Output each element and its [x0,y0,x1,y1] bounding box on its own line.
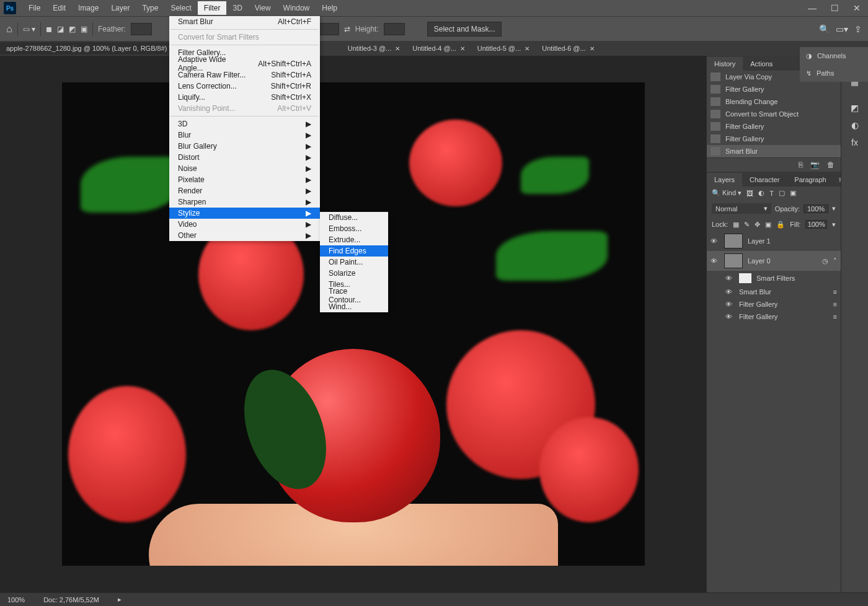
window-minimize-icon[interactable]: — [801,3,823,13]
filter-sharpen-submenu[interactable]: Sharpen▶ [169,196,320,208]
history-item[interactable]: Smart Blur [707,145,841,157]
height-input[interactable] [384,23,405,35]
selection-subtract-icon[interactable]: ◩ [69,25,76,33]
home-icon[interactable]: ⌂ [6,24,12,35]
properties-icon[interactable]: ◩ [841,99,868,116]
layer-row[interactable]: 👁Layer 1 [707,231,841,251]
layer-row[interactable]: 👁Layer 0◷˄ [707,251,841,271]
filter-blur-gallery-submenu[interactable]: Blur Gallery▶ [169,141,320,152]
new-doc-from-state-icon[interactable]: ⎘ [799,160,803,169]
filter-options-icon[interactable]: ≡ [833,288,837,296]
selection-add-icon[interactable]: ◪ [57,25,64,33]
zoom-level[interactable]: 100% [7,596,25,604]
stylize-solarize[interactable]: Solarize [320,268,388,279]
menu-view[interactable]: View [249,1,277,15]
opacity-input[interactable]: 100% [804,204,828,213]
filter-stylize-submenu[interactable]: Stylize▶ [169,208,320,219]
expand-icon[interactable]: ˄ [833,257,837,265]
visibility-icon[interactable]: 👁 [725,288,734,296]
menu-file[interactable]: File [22,1,46,15]
close-icon[interactable]: ✕ [525,45,529,52]
filter-3d-submenu[interactable]: 3D▶ [169,118,320,130]
stylize-diffuse[interactable]: Diffuse... [320,212,388,223]
filter-options-icon[interactable]: ≡ [833,301,837,308]
menu-filter[interactable]: Filter [198,1,227,15]
document-canvas[interactable] [62,82,645,566]
doc-size[interactable]: Doc: 2,76M/5,52M [43,596,99,604]
search-icon[interactable]: 🔍 [819,24,830,34]
doc-tab-1[interactable]: apple-2788662_1280.jpg @ 100% (Layer 0, … [0,42,187,55]
feather-input[interactable] [131,23,152,35]
paths-tab[interactable]: ↯Paths [800,64,868,82]
styles-icon[interactable]: fx [841,134,868,151]
visibility-icon[interactable]: 👁 [711,237,719,245]
menu-window[interactable]: Window [277,1,316,15]
menu-edit[interactable]: Edit [46,1,72,15]
visibility-icon[interactable]: 👁 [725,274,734,282]
convert-smart-filters[interactable]: Convert for Smart Filters [169,32,320,43]
adjustments-icon[interactable]: ◐ [841,116,868,134]
menu-layer[interactable]: Layer [105,1,136,15]
blend-mode-select[interactable]: Normal▾ [712,203,771,214]
window-maximize-icon[interactable]: ☐ [823,3,846,13]
width-input[interactable] [318,23,339,35]
snapshot-icon[interactable]: 📷 [810,160,820,169]
lock-artboard-icon[interactable]: ▣ [765,221,771,229]
filter-shape-icon[interactable]: ▢ [779,189,785,197]
layer-kind-filter[interactable]: 🔍 Kind ▾ [712,189,742,197]
doc-tab-2[interactable]: Untitled-3 @...✕ [342,42,406,55]
swap-dim-icon[interactable]: ⇄ [344,25,350,33]
filter-noise-submenu[interactable]: Noise▶ [169,163,320,174]
filter-options-icon[interactable]: ≡ [833,313,837,320]
filter-blur-submenu[interactable]: Blur▶ [169,130,320,141]
paragraph-tab[interactable]: Paragraph [787,173,833,187]
history-tab[interactable]: History [707,57,743,71]
share-icon[interactable]: ⇪ [854,24,862,34]
close-icon[interactable]: ✕ [590,45,595,52]
lock-transparent-icon[interactable]: ▦ [733,221,739,229]
adaptive-wide-angle[interactable]: Adaptive Wide Angle...Alt+Shift+Ctrl+A [169,58,320,69]
filter-last[interactable]: Smart BlurAlt+Ctrl+F [169,16,320,27]
stylize-find-edges[interactable]: Find Edges [320,245,388,257]
history-item[interactable]: Convert to Smart Object [707,108,841,120]
lens-correction[interactable]: Lens Correction...Shift+Ctrl+R [169,81,320,92]
marquee-select-icon[interactable]: ▭ ▾ [23,25,35,33]
lock-position-icon[interactable]: ✥ [755,221,760,229]
smart-filter-item[interactable]: 👁Smart Blur≡ [707,286,841,298]
camera-raw-filter[interactable]: Camera Raw Filter...Shift+Ctrl+A [169,69,320,81]
filter-distort-submenu[interactable]: Distort▶ [169,152,320,163]
canvas-area[interactable] [0,56,706,592]
actions-tab[interactable]: Actions [743,57,780,71]
selection-new-icon[interactable]: ◼ [46,25,52,33]
stylize-emboss[interactable]: Emboss... [320,223,388,234]
history-item[interactable]: Filter Gallery [707,83,841,95]
fill-input[interactable]: 100% [805,220,827,229]
stylize-oil-paint[interactable]: Oil Paint... [320,257,388,268]
layers-tab[interactable]: Layers [707,173,742,187]
close-icon[interactable]: ✕ [395,45,400,52]
doc-tab-3[interactable]: Untitled-4 @...✕ [406,42,471,55]
liquify[interactable]: Liquify...Shift+Ctrl+X [169,92,320,103]
menu-select[interactable]: Select [164,1,197,15]
lock-all-icon[interactable]: 🔒 [776,221,785,229]
visibility-icon[interactable]: 👁 [725,301,734,308]
vanishing-point[interactable]: Vanishing Point...Alt+Ctrl+V [169,103,320,114]
doc-tab-5[interactable]: Untitled-6 @...✕ [536,42,600,55]
filter-image-icon[interactable]: 🖼 [746,190,753,197]
selection-intersect-icon[interactable]: ▣ [81,25,87,33]
smart-filter-item[interactable]: 👁Filter Gallery≡ [707,298,841,310]
filter-smart-icon[interactable]: ▣ [790,189,796,197]
visibility-icon[interactable]: 👁 [725,313,734,320]
menu-image[interactable]: Image [72,1,105,15]
menu-help[interactable]: Help [316,1,343,15]
window-close-icon[interactable]: ✕ [846,3,868,13]
close-icon[interactable]: ✕ [460,45,465,52]
lock-paint-icon[interactable]: ✎ [744,221,750,229]
doc-tab-4[interactable]: Untitled-5 @...✕ [471,42,536,55]
smart-filters-header[interactable]: 👁Smart Filters [707,271,841,286]
filter-pixelate-submenu[interactable]: Pixelate▶ [169,174,320,185]
workspace-icon[interactable]: ▭▾ [836,24,848,34]
history-item[interactable]: Filter Gallery [707,120,841,133]
filter-render-submenu[interactable]: Render▶ [169,185,320,196]
smart-filter-item[interactable]: 👁Filter Gallery≡ [707,310,841,323]
